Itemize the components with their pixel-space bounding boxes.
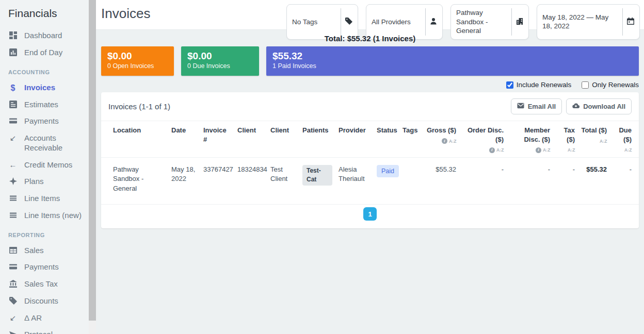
table-icon [8,246,18,255]
paid-amount: $55.32 [272,51,633,62]
sort-alpha-icon[interactable]: A↓Z [600,139,607,144]
dashboard-icon [8,31,18,40]
cloud-download-icon [572,102,579,111]
location-filter-value: Pathway Sandbox - General [456,8,511,36]
sidebar-item-label: Discounts [24,296,58,306]
col-member-disc: Member Disc. ($) iA↓Z [507,121,553,158]
sidebar-section-accounting: ACCOUNTING [8,69,86,75]
paid-invoices-card[interactable]: $55.32 1 Paid Invoices [266,46,639,76]
status-badge: Paid [377,165,399,177]
panel-header: Invoices (1-1 of 1) Email All Download A… [101,92,639,121]
cell-patients: Test-Cat [299,157,335,205]
sidebar-item-label: Dashboard [24,31,62,41]
sidebar-scrollbar[interactable] [89,0,96,334]
sidebar-item-line-items-new[interactable]: Line Items (new) [8,211,86,221]
sort-alpha-icon[interactable]: A↓Z [496,147,504,153]
cell-client-id[interactable]: 18324834 [234,157,267,205]
only-renewals-label: Only Renewals [592,81,639,89]
providers-filter-value: All Providers [372,18,425,27]
cell-tax: - [553,157,578,205]
bank-icon [8,279,18,289]
col-invoice-number: Invoice # [200,121,234,158]
credit-card-icon [8,262,18,272]
sidebar-item-payments[interactable]: Payments [8,116,86,126]
paid-label: 1 Paid Invoices [272,62,633,70]
download-all-button[interactable]: Download All [566,98,632,114]
sidebar-item-protocol-reminders[interactable]: Protocol Reminders [8,330,86,334]
col-status: Status [374,121,399,158]
email-all-button[interactable]: Email All [511,98,562,114]
sidebar-item-label: Accounts Receivable [24,133,86,153]
tag-icon [8,296,18,306]
page-1-button[interactable]: 1 [363,207,377,221]
info-icon[interactable]: i [489,147,495,153]
sort-alpha-icon[interactable]: A↓Z [543,147,550,153]
sidebar-item-label: Δ AR [24,313,42,323]
tag-icon [345,18,352,26]
info-icon[interactable]: i [536,147,541,153]
include-renewals-label: Include Renewals [517,81,572,89]
cell-status: Paid [374,157,399,205]
arrow-down-left-icon: ↙ [8,133,18,143]
scrollbar-thumb[interactable] [89,0,96,321]
total-amount: $55.32 [347,34,371,43]
only-renewals-checkbox[interactable] [582,81,589,89]
sidebar-item-label: End of Day [24,48,62,58]
sort-alpha-icon[interactable]: A↓Z [568,147,575,153]
open-invoices-card[interactable]: $0.00 0 Open Invoices [101,46,174,76]
sidebar-item-label: Invoices [24,83,55,93]
estimate-icon [8,100,18,109]
sort-alpha-icon[interactable]: A↓Z [449,139,456,144]
cell-invoice-number[interactable]: 33767427 [200,157,234,205]
topbar: Invoices No Tags All Providers Pathway S… [96,0,644,30]
sidebar-item-invoices[interactable]: $ Invoices [8,83,86,93]
include-renewals-checkbox[interactable] [506,81,513,89]
list-icon [8,194,18,203]
date-range-filter[interactable]: May 18, 2022 — May 18, 2022 [537,4,640,40]
cell-gross: $55.32 [421,157,459,205]
sidebar-item-end-of-day[interactable]: End of Day [8,48,86,58]
sidebar-item-payments-report[interactable]: Payments [8,262,86,272]
sidebar-item-label: Protocol Reminders [24,330,86,334]
cell-due: - [610,157,639,205]
divider [425,8,426,36]
sidebar-item-estimates[interactable]: Estimates [8,100,86,110]
info-icon[interactable]: i [442,138,447,144]
sidebar-item-label: Sales [24,246,44,256]
sidebar-item-line-items[interactable]: Line Items [8,194,86,204]
cell-client-name[interactable]: Test Client [267,157,299,205]
summary-cards: $0.00 0 Open Invoices $0.00 0 Due Invoic… [101,46,639,76]
sidebar-item-plans[interactable]: Plans [8,177,86,187]
sidebar-item-credit-memos[interactable]: ← Credit Memos [8,160,86,170]
col-tax: Tax ($) A↓Z [553,121,578,158]
table-header-row: Location Date Invoice # Client Client Pa… [101,121,639,158]
sidebar-item-sales[interactable]: Sales [8,246,86,256]
due-amount: $0.00 [187,51,253,62]
open-label: 0 Open Invoices [107,62,168,70]
col-date: Date [168,121,200,158]
sidebar-item-sales-tax[interactable]: Sales Tax [8,279,86,289]
cell-date: May 18, 2022 [168,157,200,205]
only-renewals-toggle[interactable]: Only Renewals [582,81,639,89]
sidebar: Financials Dashboard End of Day ACCOUNTI… [0,0,89,334]
table-row[interactable]: Pathway Sandbox - General May 18, 2022 3… [101,157,639,205]
sidebar-item-label: Payments [24,116,59,126]
sidebar-item-discounts[interactable]: Discounts [8,296,86,306]
invoices-table: Location Date Invoice # Client Client Pa… [101,121,639,205]
sort-alpha-icon[interactable]: A↓Z [624,147,632,153]
patient-chip[interactable]: Test-Cat [302,165,332,186]
sidebar-item-accounts-receivable[interactable]: ↙ Accounts Receivable [8,133,86,153]
star-icon [8,177,18,186]
due-invoices-card[interactable]: $0.00 0 Due Invoices [181,46,259,76]
arrow-down-left-icon: ↙ [8,313,18,323]
location-filter[interactable]: Pathway Sandbox - General [450,4,529,40]
sidebar-item-delta-ar[interactable]: ↙ Δ AR [8,313,86,323]
cell-order-disc: - [459,157,507,205]
col-due: Due ($) A↓Z [610,121,639,158]
include-renewals-toggle[interactable]: Include Renewals [506,81,572,89]
sidebar-title: Financials [8,7,86,20]
sidebar-item-dashboard[interactable]: Dashboard [8,31,86,41]
date-range-value: May 18, 2022 — May 18, 2022 [542,13,622,31]
cell-location: Pathway Sandbox - General [101,157,168,205]
main-content: Invoices No Tags All Providers Pathway S… [96,0,644,228]
